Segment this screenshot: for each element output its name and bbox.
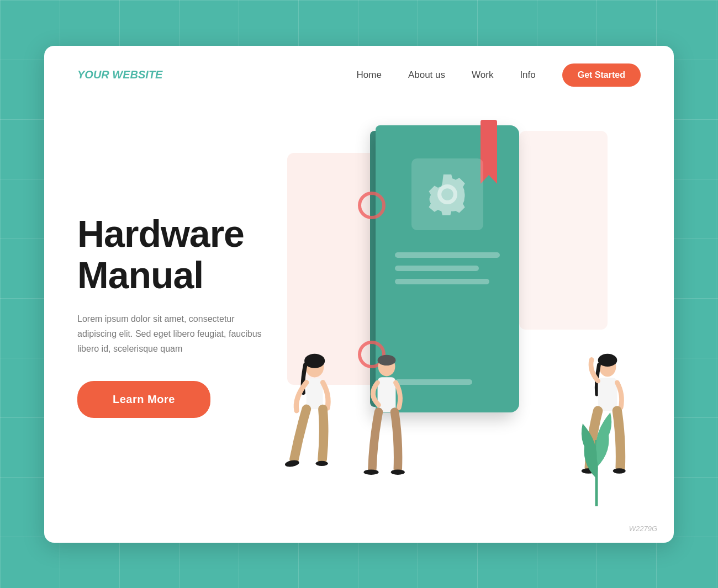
nav-work[interactable]: Work: [472, 70, 493, 81]
hero-description: Lorem ipsum dolor sit amet, consectetur …: [77, 311, 265, 357]
book-line-1: [395, 252, 500, 258]
logo-suffix: WEBSITE: [112, 68, 162, 81]
get-started-button[interactable]: Get Started: [562, 63, 641, 87]
bg-rect-2: [519, 131, 608, 330]
book-line-2: [395, 266, 479, 271]
nav-about[interactable]: About us: [408, 70, 445, 81]
nav-home[interactable]: Home: [357, 70, 382, 81]
hero-title: Hardware Manual: [77, 213, 309, 296]
main-card: YOUR WEBSITE Home About us Work Info Get…: [44, 46, 674, 543]
person-2: [362, 352, 411, 506]
watermark: W2279G: [629, 525, 657, 533]
spiral-top: [358, 192, 386, 219]
logo-prefix: YOUR: [77, 68, 112, 81]
svg-point-9: [391, 469, 405, 475]
hero-illustration: [265, 98, 652, 543]
svg-point-6: [378, 354, 396, 365]
learn-more-button[interactable]: Learn More: [77, 381, 210, 418]
book-gear-area: [411, 158, 483, 230]
svg-point-4: [316, 460, 328, 465]
book-text-lines: [395, 252, 500, 292]
navbar: YOUR WEBSITE Home About us Work Info Get…: [44, 46, 674, 87]
nav-info[interactable]: Info: [520, 70, 535, 81]
content-area: Hardware Manual Lorem ipsum dolor sit am…: [44, 87, 674, 534]
logo: YOUR WEBSITE: [77, 68, 162, 81]
nav-links: Home About us Work Info Get Started: [357, 63, 641, 87]
plant: [574, 396, 619, 506]
book-line-3: [395, 279, 489, 284]
svg-point-8: [363, 469, 378, 475]
gear-icon: [423, 169, 472, 219]
hero-left: Hardware Manual Lorem ipsum dolor sit am…: [77, 213, 309, 417]
